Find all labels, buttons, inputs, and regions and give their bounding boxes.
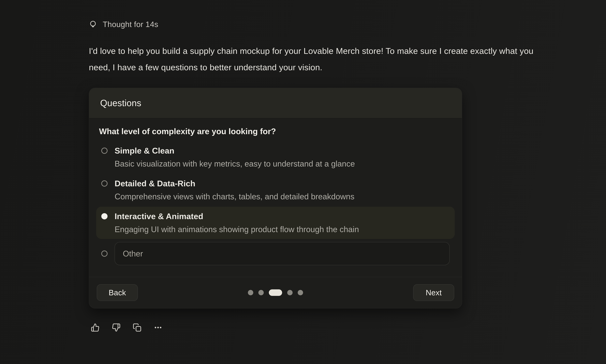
questions-card-body: What level of complexity are you looking… bbox=[89, 118, 462, 277]
radio-icon[interactable] bbox=[101, 180, 108, 187]
more-options-icon bbox=[154, 323, 162, 332]
message-actions bbox=[89, 323, 547, 332]
thumbs-down-icon bbox=[112, 323, 121, 332]
more-options-button[interactable] bbox=[153, 323, 163, 332]
assistant-message-block: Thought for 14s I'd love to help you bui… bbox=[89, 19, 547, 332]
pagination-dot bbox=[287, 290, 293, 295]
questions-card-header: Questions bbox=[89, 88, 462, 118]
questions-card-footer: Back Next bbox=[89, 277, 462, 308]
thinking-duration-label: Thought for 14s bbox=[103, 20, 158, 29]
radio-icon[interactable] bbox=[101, 213, 108, 219]
thinking-summary[interactable]: Thought for 14s bbox=[89, 19, 547, 29]
lightbulb-icon bbox=[89, 20, 97, 28]
thumbs-up-button[interactable] bbox=[91, 323, 100, 332]
option-text: Simple & Clean Basic visualization with … bbox=[115, 144, 355, 170]
option-description: Engaging UI with animations showing prod… bbox=[115, 223, 359, 236]
assistant-message-text: I'd love to help you build a supply chai… bbox=[89, 43, 544, 76]
option-interactive-animated[interactable]: Interactive & Animated Engaging UI with … bbox=[96, 207, 455, 239]
option-other[interactable] bbox=[96, 239, 455, 265]
copy-button[interactable] bbox=[133, 323, 142, 332]
card-title: Questions bbox=[100, 98, 141, 108]
back-button[interactable]: Back bbox=[97, 284, 138, 301]
pagination-dots bbox=[248, 289, 303, 296]
question-text: What level of complexity are you looking… bbox=[99, 127, 456, 136]
option-label: Detailed & Data-Rich bbox=[115, 177, 354, 190]
option-label: Interactive & Animated bbox=[115, 210, 359, 223]
option-detailed-data-rich[interactable]: Detailed & Data-Rich Comprehensive views… bbox=[96, 174, 455, 206]
pagination-dot bbox=[248, 290, 253, 295]
pagination-dot bbox=[269, 289, 282, 296]
thumbs-down-button[interactable] bbox=[111, 323, 121, 332]
other-option-input[interactable] bbox=[115, 242, 450, 265]
option-label: Simple & Clean bbox=[115, 144, 355, 157]
radio-icon[interactable] bbox=[101, 148, 108, 154]
option-description: Basic visualization with key metrics, ea… bbox=[115, 157, 355, 170]
option-text: Detailed & Data-Rich Comprehensive views… bbox=[115, 177, 354, 203]
questions-card: Questions What level of complexity are y… bbox=[89, 88, 462, 309]
option-text: Interactive & Animated Engaging UI with … bbox=[115, 210, 359, 236]
next-button[interactable]: Next bbox=[413, 284, 454, 301]
radio-icon[interactable] bbox=[101, 250, 108, 257]
copy-icon bbox=[133, 323, 141, 332]
option-simple-clean[interactable]: Simple & Clean Basic visualization with … bbox=[96, 141, 455, 173]
option-description: Comprehensive views with charts, tables,… bbox=[115, 190, 354, 203]
pagination-dot bbox=[298, 290, 303, 295]
thumbs-up-icon bbox=[91, 323, 100, 332]
pagination-dot bbox=[258, 290, 264, 295]
